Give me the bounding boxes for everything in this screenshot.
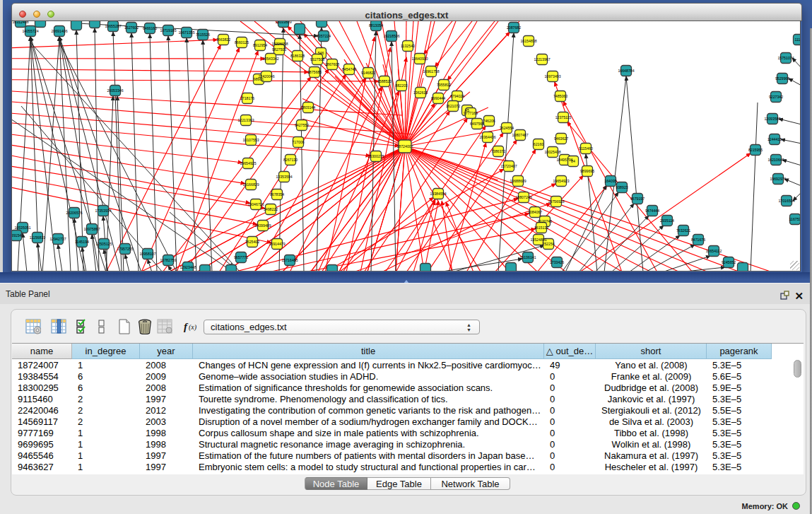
svg-text:19384554: 19384554 (430, 192, 446, 196)
svg-text:6794024: 6794024 (450, 94, 464, 98)
svg-text:9427552: 9427552 (295, 123, 309, 127)
svg-text:15720407: 15720407 (500, 164, 517, 168)
svg-text:10535051: 10535051 (14, 226, 30, 230)
svg-text:3624554: 3624554 (500, 126, 514, 130)
svg-text:7955812: 7955812 (437, 83, 451, 87)
svg-text:9777169: 9777169 (464, 111, 478, 115)
svg-text:20364436: 20364436 (479, 135, 495, 139)
svg-text:19166829: 19166829 (242, 182, 259, 187)
svg-text:2935114: 2935114 (660, 218, 674, 223)
svg-text:6679197: 6679197 (630, 197, 645, 201)
svg-text:7485063: 7485063 (553, 94, 567, 98)
svg-text:1132543: 1132543 (401, 44, 415, 48)
svg-text:1244415: 1244415 (767, 137, 782, 141)
svg-text:1615132: 1615132 (534, 226, 548, 230)
svg-text:746206: 746206 (483, 119, 495, 123)
svg-text:1145194: 1145194 (75, 240, 89, 244)
svg-text:8454749: 8454749 (342, 67, 356, 71)
svg-text:16312408: 16312408 (12, 21, 28, 24)
svg-text:8990444: 8990444 (431, 96, 445, 100)
svg-text:8660125: 8660125 (235, 40, 249, 45)
svg-text:19654923: 19654923 (553, 179, 569, 183)
svg-text:19692971: 19692971 (770, 177, 786, 181)
svg-text:8813054: 8813054 (369, 23, 383, 28)
svg-text:16782759: 16782759 (160, 258, 176, 262)
svg-text:12923448: 12923448 (180, 265, 196, 269)
svg-text:16210643: 16210643 (767, 158, 784, 162)
svg-text:10543342: 10543342 (262, 57, 278, 61)
svg-text:12093583: 12093583 (764, 117, 780, 121)
svg-text:6120746: 6120746 (538, 219, 552, 223)
svg-text:8912954: 8912954 (253, 43, 267, 47)
svg-text:9227342: 9227342 (769, 95, 783, 99)
svg-text:9827505: 9827505 (272, 47, 286, 52)
svg-text:1621072: 1621072 (446, 104, 460, 108)
svg-text:10719185: 10719185 (160, 28, 176, 33)
svg-text:9146821: 9146821 (361, 71, 375, 75)
svg-text:16961758: 16961758 (423, 69, 439, 74)
svg-text:1588520: 1588520 (377, 79, 392, 83)
svg-text:20053346: 20053346 (107, 88, 123, 93)
svg-text:(x): (x) (189, 323, 197, 332)
svg-text:7632621: 7632621 (676, 228, 690, 233)
svg-text:9529966: 9529966 (775, 76, 789, 81)
svg-text:2087682: 2087682 (507, 25, 521, 30)
svg-text:10973493: 10973493 (544, 74, 560, 78)
svg-text:3875685: 3875685 (307, 70, 322, 74)
svg-text:5498222: 5498222 (264, 207, 278, 211)
svg-text:15751074: 15751074 (777, 56, 794, 60)
svg-text:19046726: 19046726 (247, 202, 264, 206)
svg-text:18807249: 18807249 (515, 195, 531, 199)
svg-text:1733426: 1733426 (550, 260, 564, 264)
svg-text:546: 546 (318, 51, 324, 55)
svg-text:16154838: 16154838 (520, 39, 536, 43)
svg-text:6466160: 6466160 (143, 26, 157, 30)
svg-text:20206576: 20206576 (66, 211, 82, 215)
svg-text:13353594: 13353594 (276, 175, 292, 179)
svg-text:19218506: 19218506 (383, 34, 399, 38)
svg-text:10107553: 10107553 (242, 138, 259, 142)
svg-text:14099489: 14099489 (254, 223, 271, 228)
svg-text:7663822: 7663822 (216, 37, 230, 42)
svg-text:12375115: 12375115 (555, 115, 572, 119)
svg-text:15226058: 15226058 (271, 42, 288, 46)
svg-text:9899695: 9899695 (580, 169, 594, 173)
svg-text:84: 84 (571, 159, 575, 163)
svg-text:62160: 62160 (534, 142, 544, 146)
svg-text:8471676: 8471676 (691, 238, 705, 242)
svg-text:7357224: 7357224 (317, 34, 331, 38)
svg-text:9463627: 9463627 (554, 136, 568, 141)
svg-text:10655287: 10655287 (105, 24, 121, 28)
svg-text:25300275: 25300275 (367, 154, 384, 158)
svg-text:938923: 938923 (616, 185, 628, 189)
svg-text:1362615: 1362615 (413, 90, 428, 95)
svg-text:17353934: 17353934 (95, 209, 111, 213)
svg-text:10688609: 10688609 (510, 179, 526, 183)
svg-text:8678354: 8678354 (270, 192, 284, 197)
svg-text:1112: 1112 (795, 37, 801, 42)
svg-text:8267130: 8267130 (283, 158, 298, 162)
svg-text:8215955: 8215955 (748, 148, 763, 152)
svg-text:9327508: 9327508 (310, 57, 324, 62)
svg-text:16033809: 16033809 (275, 21, 291, 24)
svg-text:1527602: 1527602 (124, 25, 139, 30)
svg-text:9245652: 9245652 (722, 260, 736, 264)
svg-text:13640910: 13640910 (411, 57, 428, 61)
svg-text:10958107: 10958107 (139, 252, 155, 256)
svg-text:7625402: 7625402 (245, 240, 259, 244)
svg-text:12213363: 12213363 (237, 118, 254, 122)
svg-text:15716485: 15716485 (281, 258, 298, 262)
svg-text:15136141: 15136141 (519, 255, 536, 259)
svg-text:11156819: 11156819 (30, 235, 45, 240)
svg-text:882203: 882203 (395, 83, 407, 88)
svg-text:252254: 252254 (542, 242, 554, 246)
svg-text:2718176: 2718176 (240, 96, 254, 100)
svg-text:18724007: 18724007 (396, 144, 413, 148)
svg-text:14055724: 14055724 (22, 29, 38, 33)
svg-text:6497568: 6497568 (470, 122, 484, 126)
svg-text:10654112: 10654112 (706, 249, 722, 253)
svg-text:7386372: 7386372 (491, 149, 505, 153)
svg-text:10671355: 10671355 (178, 30, 194, 35)
svg-text:12942737: 12942737 (49, 237, 66, 241)
svg-text:10807487: 10807487 (512, 133, 528, 137)
